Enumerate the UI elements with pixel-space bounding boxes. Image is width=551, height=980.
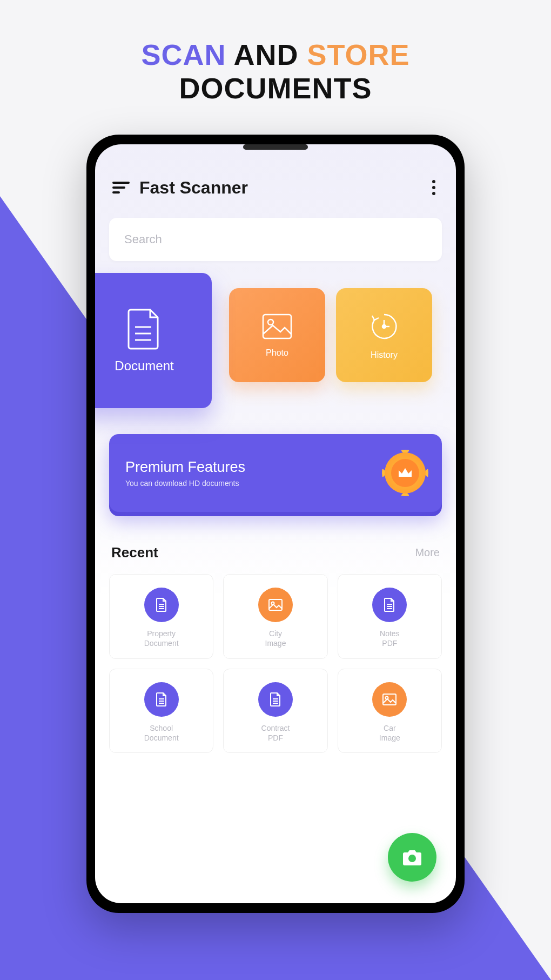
image-icon [372,682,407,717]
more-options-icon[interactable] [429,177,439,198]
recent-item[interactable]: Contract PDF [223,669,327,753]
history-icon [368,310,400,343]
document-icon [144,682,179,717]
image-icon [258,588,293,622]
category-document[interactable]: Document [95,273,212,408]
recent-item-label: City Image [265,629,286,648]
premium-subtitle: You can download HD documents [125,479,385,488]
premium-banner[interactable]: Premium Features You can download HD doc… [109,434,442,512]
headline-word-1: SCAN [141,38,226,71]
recent-item[interactable]: Notes PDF [338,574,442,658]
headline-word-4: DOCUMENTS [0,71,551,105]
recent-item-label: Car Image [379,723,400,743]
svg-point-24 [408,855,416,862]
headline-word-3: STORE [307,38,409,71]
recent-more-link[interactable]: More [415,546,440,559]
document-icon [372,588,407,622]
recent-item[interactable]: School Document [109,669,213,753]
recent-item-label: Contract PDF [261,723,290,743]
app-screen: Fast Scanner Document [95,144,456,903]
document-icon [144,588,179,622]
image-icon [261,312,293,341]
svg-rect-11 [269,599,282,610]
recent-item-label: Notes PDF [380,629,400,648]
svg-point-4 [268,319,273,325]
menu-icon[interactable] [112,182,130,194]
category-document-label: Document [115,358,173,374]
recent-item[interactable]: Car Image [338,669,442,753]
category-history[interactable]: History [336,288,432,382]
crown-badge-icon [385,452,426,494]
recent-item[interactable]: City Image [223,574,327,658]
app-title: Fast Scanner [139,178,419,198]
recent-header: Recent More [109,544,442,561]
document-icon [258,682,293,717]
recent-item-label: Property Document [144,629,179,648]
svg-rect-22 [383,694,396,705]
scan-fab-button[interactable] [388,833,436,882]
search-input[interactable] [124,232,427,246]
marketing-headline: SCAN AND STORE DOCUMENTS [0,0,551,105]
headline-word-2: AND [233,38,298,71]
category-row: Document Photo History [109,281,442,410]
recent-item-label: School Document [144,723,179,743]
category-history-label: History [371,350,398,360]
category-photo[interactable]: Photo [229,288,325,382]
recent-grid: Property DocumentCity ImageNotes PDFScho… [109,574,442,753]
search-box[interactable] [109,218,442,261]
recent-title: Recent [111,544,158,561]
category-photo-label: Photo [266,348,288,358]
recent-item[interactable]: Property Document [109,574,213,658]
premium-title: Premium Features [125,459,385,476]
app-header: Fast Scanner [109,177,442,198]
document-icon [126,308,162,351]
svg-rect-3 [263,315,291,338]
phone-speaker [243,144,308,150]
phone-frame: Fast Scanner Document [86,135,465,913]
camera-icon [401,848,423,866]
